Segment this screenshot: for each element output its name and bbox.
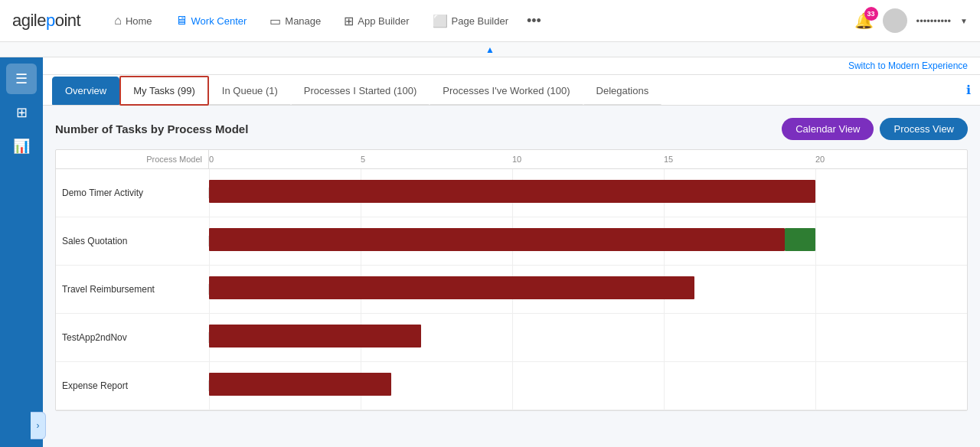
- row-bars: [209, 362, 967, 409]
- tick-0: 0: [209, 155, 214, 164]
- bar-red: [209, 180, 815, 203]
- app-builder-icon: ⊞: [344, 14, 354, 28]
- bar-red: [209, 228, 785, 251]
- more-icon: •••: [527, 13, 541, 29]
- nav-app-builder-label: App Builder: [358, 15, 409, 27]
- nav-manage-label: Manage: [285, 15, 321, 27]
- col-label-header: Process Model: [56, 150, 209, 168]
- row-label: Expense Report: [56, 380, 209, 391]
- notification-bell[interactable]: 🔔 33: [854, 11, 874, 30]
- bar-red: [209, 276, 694, 299]
- row-label: Sales Quotation: [56, 236, 209, 246]
- calendar-view-button[interactable]: Calendar View: [782, 118, 874, 140]
- manage-icon: ▭: [270, 14, 281, 28]
- collapse-button[interactable]: ▲: [485, 44, 495, 55]
- tab-overview[interactable]: Overview: [52, 77, 119, 105]
- tick-25: 25: [967, 155, 968, 164]
- home-icon: ⌂: [114, 14, 122, 28]
- nav-work-center-label: Work Center: [191, 15, 247, 27]
- row-bars: [209, 314, 967, 361]
- tab-my-tasks[interactable]: My Tasks (99): [119, 76, 209, 106]
- row-label: Demo Timer Activity: [56, 188, 209, 198]
- tab-processes-worked[interactable]: Processes I've Worked (100): [430, 77, 583, 105]
- username[interactable]: ••••••••••: [916, 15, 952, 27]
- logo-text-agile: agile: [12, 11, 46, 30]
- top-nav: agilepoint ⌂ Home 🖥 Work Center ▭ Manage…: [0, 0, 980, 42]
- nav-page-builder-label: Page Builder: [452, 15, 508, 27]
- chart-header-row: Process Model 0 5 10 15 20 25: [56, 150, 967, 169]
- grid-icon: ⊞: [16, 104, 28, 121]
- monitor-icon: 🖥: [175, 14, 188, 28]
- sidebar-icon-chart[interactable]: 📊: [6, 131, 37, 162]
- sidebar-icon-grid[interactable]: ⊞: [6, 97, 37, 128]
- sidebar-icon-tasks[interactable]: ☰: [6, 64, 37, 94]
- table-row: Travel Reimbursement: [56, 266, 967, 314]
- tab-in-queue[interactable]: In Queue (1): [209, 77, 291, 105]
- nav-right: 🔔 33 •••••••••• ▼: [854, 8, 968, 33]
- row-bars: [209, 169, 967, 217]
- row-label: TestApp2ndNov: [56, 332, 209, 343]
- nav-links: ⌂ Home 🖥 Work Center ▭ Manage ⊞ App Buil…: [105, 8, 854, 34]
- content-area: Switch to Modern Experience Overview My …: [43, 57, 980, 447]
- nav-more[interactable]: •••: [522, 8, 546, 34]
- chart-icon: 📊: [13, 138, 30, 155]
- chevron-right-icon: ›: [37, 420, 40, 431]
- bar-red: [209, 373, 391, 396]
- row-bars: [209, 266, 967, 313]
- chart-rows: Demo Timer Activity Sales Quotation Trav…: [56, 169, 967, 410]
- tab-delegations[interactable]: Delegations: [583, 77, 662, 105]
- tab-bar: Overview My Tasks (99) In Queue (1) Proc…: [43, 75, 980, 106]
- row-label: Travel Reimbursement: [56, 284, 209, 295]
- nav-home[interactable]: ⌂ Home: [105, 9, 161, 32]
- nav-page-builder[interactable]: ⬜ Page Builder: [423, 9, 518, 33]
- table-row: Sales Quotation: [56, 217, 967, 266]
- nav-home-label: Home: [126, 15, 152, 27]
- tab-processes-started[interactable]: Processes I Started (100): [291, 77, 430, 105]
- notification-badge: 33: [864, 7, 878, 21]
- nav-app-builder[interactable]: ⊞ App Builder: [335, 9, 418, 33]
- logo-text-oint: oint: [55, 11, 80, 30]
- tick-20: 20: [815, 155, 825, 164]
- table-row: Demo Timer Activity: [56, 169, 967, 217]
- table-row: Expense Report: [56, 362, 967, 410]
- bar-chart: Process Model 0 5 10 15 20 25 Demo Timer…: [55, 149, 968, 411]
- expand-handle[interactable]: ›: [31, 412, 46, 439]
- process-view-button[interactable]: Process View: [880, 118, 968, 140]
- main-layout: ☰ ⊞ 📊 › Switch to Modern Experience Over…: [0, 57, 980, 447]
- tab-info-icon[interactable]: ℹ: [966, 83, 971, 97]
- switch-modern-link[interactable]: Switch to Modern Experience: [848, 60, 968, 71]
- chevron-down-icon[interactable]: ▼: [960, 17, 968, 25]
- logo: agilepoint: [12, 11, 80, 31]
- avatar[interactable]: [883, 8, 907, 33]
- view-buttons: Calendar View Process View: [782, 118, 968, 140]
- tick-5: 5: [361, 155, 365, 164]
- col-grid-header: 0 5 10 15 20 25: [209, 150, 967, 168]
- bar-green: [785, 228, 815, 251]
- nav-manage[interactable]: ▭ Manage: [260, 9, 330, 33]
- switch-banner: Switch to Modern Experience: [43, 57, 980, 75]
- chart-title: Number of Tasks by Process Model: [55, 122, 248, 135]
- tick-10: 10: [512, 155, 521, 164]
- collapse-bar: ▲: [0, 42, 980, 57]
- row-bars: [209, 217, 967, 265]
- table-row: TestApp2ndNov: [56, 314, 967, 362]
- nav-work-center[interactable]: 🖥 Work Center: [166, 9, 256, 32]
- logo-dot: p: [46, 11, 55, 30]
- tasks-icon: ☰: [15, 70, 28, 87]
- chart-section: Number of Tasks by Process Model Calenda…: [43, 106, 980, 423]
- bar-red: [209, 325, 421, 347]
- left-sidebar: ☰ ⊞ 📊 ›: [0, 57, 43, 447]
- page-builder-icon: ⬜: [433, 14, 448, 28]
- tick-15: 15: [664, 155, 673, 164]
- chart-header: Number of Tasks by Process Model Calenda…: [55, 118, 968, 140]
